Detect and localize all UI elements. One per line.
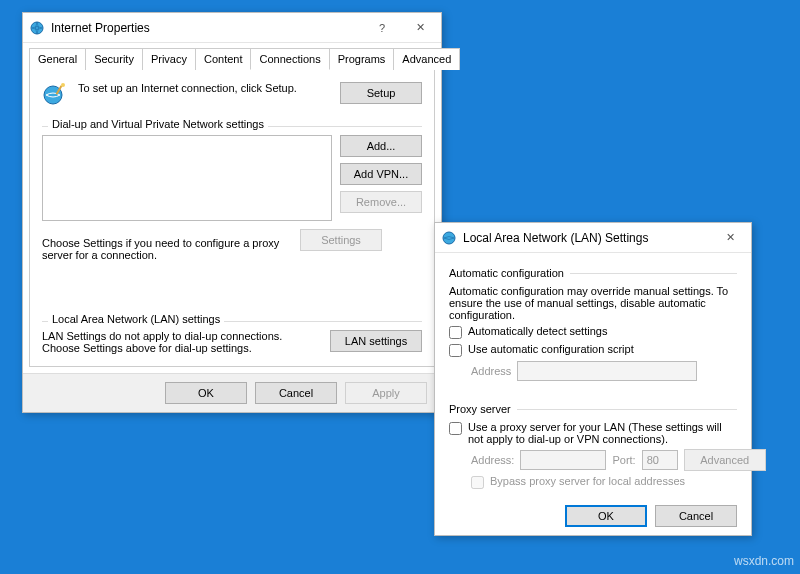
internet-options-icon — [441, 230, 457, 246]
use-proxy-checkbox[interactable]: Use a proxy server for your LAN (These s… — [449, 421, 737, 445]
proxy-port-input — [642, 450, 678, 470]
add-vpn-button[interactable]: Add VPN... — [340, 163, 422, 185]
close-icon: ✕ — [416, 21, 425, 34]
dialog-button-row: OK Cancel Apply — [23, 373, 441, 412]
script-address-input — [517, 361, 697, 381]
proxy-port-label: Port: — [612, 454, 635, 466]
script-address-label: Address — [471, 365, 511, 377]
close-icon: ✕ — [726, 231, 735, 244]
remove-button: Remove... — [340, 191, 422, 213]
auto-script-checkbox[interactable]: Use automatic configuration script — [449, 343, 737, 357]
add-button[interactable]: Add... — [340, 135, 422, 157]
tab-panel-connections: To set up an Internet connection, click … — [29, 69, 435, 367]
dialog-title: Local Area Network (LAN) Settings — [463, 231, 711, 245]
cancel-button[interactable]: Cancel — [655, 505, 737, 527]
auto-config-help-text: Automatic configuration may override man… — [449, 285, 737, 321]
tabstrip: General Security Privacy Content Connect… — [23, 43, 441, 69]
lan-help-text: LAN Settings do not apply to dial-up con… — [42, 330, 322, 354]
tab-security[interactable]: Security — [85, 48, 143, 70]
dialup-listbox[interactable] — [42, 135, 332, 221]
tab-privacy[interactable]: Privacy — [142, 48, 196, 70]
svg-point-0 — [31, 22, 43, 34]
dial-settings-button: Settings — [300, 229, 382, 251]
tab-programs[interactable]: Programs — [329, 48, 395, 70]
proxy-address-input — [520, 450, 606, 470]
auto-config-section-title: Automatic configuration — [449, 267, 737, 279]
globe-wand-icon — [42, 82, 68, 108]
lan-settings-button[interactable]: LAN settings — [330, 330, 422, 352]
dialog-title: Internet Properties — [51, 21, 363, 35]
apply-button: Apply — [345, 382, 427, 404]
proxy-section-title: Proxy server — [449, 403, 737, 415]
internet-properties-dialog: Internet Properties ? ✕ General Security… — [22, 12, 442, 413]
svg-point-4 — [443, 232, 455, 244]
tab-content[interactable]: Content — [195, 48, 252, 70]
dialog-button-row: OK Cancel — [435, 497, 751, 535]
close-button[interactable]: ✕ — [711, 224, 749, 252]
setup-button[interactable]: Setup — [340, 82, 422, 104]
dialup-group-title: Dial-up and Virtual Private Network sett… — [48, 118, 268, 130]
lan-settings-dialog: Local Area Network (LAN) Settings ✕ Auto… — [434, 222, 752, 536]
setup-text: To set up an Internet connection, click … — [78, 82, 330, 94]
svg-point-3 — [61, 83, 65, 87]
bypass-local-checkbox: Bypass proxy server for local addresses — [471, 475, 737, 489]
ok-button[interactable]: OK — [565, 505, 647, 527]
watermark: wsxdn.com — [734, 554, 794, 568]
lan-group-title: Local Area Network (LAN) settings — [48, 313, 224, 325]
tab-general[interactable]: General — [29, 48, 86, 70]
ok-button[interactable]: OK — [165, 382, 247, 404]
internet-options-icon — [29, 20, 45, 36]
cancel-button[interactable]: Cancel — [255, 382, 337, 404]
tab-connections[interactable]: Connections — [250, 48, 329, 70]
proxy-address-label: Address: — [471, 454, 514, 466]
close-button[interactable]: ✕ — [401, 14, 439, 42]
titlebar[interactable]: Local Area Network (LAN) Settings ✕ — [435, 223, 751, 253]
titlebar[interactable]: Internet Properties ? ✕ — [23, 13, 441, 43]
tab-advanced[interactable]: Advanced — [393, 48, 460, 70]
auto-detect-checkbox[interactable]: Automatically detect settings — [449, 325, 737, 339]
proxy-advanced-button: Advanced — [684, 449, 766, 471]
dialup-help-text: Choose Settings if you need to configure… — [42, 237, 292, 261]
help-button[interactable]: ? — [363, 14, 401, 42]
